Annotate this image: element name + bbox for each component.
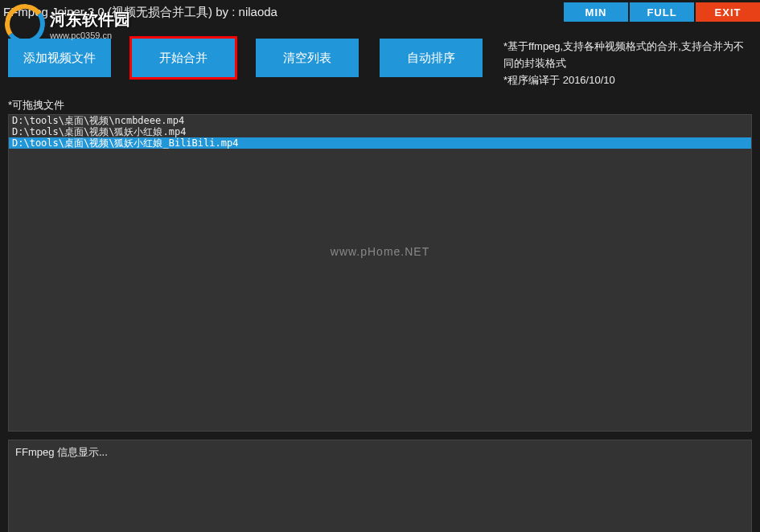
file-list[interactable]: D:\tools\桌面\视频\ncmbdeee.mp4D:\tools\桌面\视…: [8, 114, 752, 432]
info-line-1: *基于ffmpeg,支持各种视频格式的合并,支持合并为不同的封装格式: [503, 39, 752, 72]
output-text: FFmpeg 信息显示...: [15, 445, 745, 460]
window-controls: MIN FULL EXIT: [562, 2, 760, 22]
file-item[interactable]: D:\tools\桌面\视频\狐妖小红娘.mp4: [9, 126, 751, 137]
info-line-2: *程序编译于 2016/10/10: [503, 72, 752, 89]
file-list-label: *可拖拽文件: [0, 96, 760, 114]
fullscreen-button[interactable]: FULL: [630, 2, 694, 22]
start-merge-button[interactable]: 开始合并: [132, 39, 235, 77]
minimize-button[interactable]: MIN: [564, 2, 628, 22]
output-area: FFmpeg 信息显示...: [8, 440, 752, 532]
file-item[interactable]: D:\tools\桌面\视频\ncmbdeee.mp4: [9, 115, 751, 126]
toolbar: 添加视频文件 开始合并 清空列表 自动排序 *基于ffmpeg,支持各种视频格式…: [0, 24, 760, 96]
exit-button[interactable]: EXIT: [696, 2, 760, 22]
info-text: *基于ffmpeg,支持各种视频格式的合并,支持合并为不同的封装格式 *程序编译…: [503, 39, 752, 88]
app-title: FFmpeg Joiner 3.0 (视频无损合并工具) by : nilaod…: [3, 5, 277, 20]
clear-list-button[interactable]: 清空列表: [256, 39, 359, 77]
watermark-phome: www.pHome.NET: [331, 245, 429, 258]
add-video-button[interactable]: 添加视频文件: [8, 39, 111, 77]
titlebar: FFmpeg Joiner 3.0 (视频无损合并工具) by : nilaod…: [0, 0, 760, 24]
auto-sort-button[interactable]: 自动排序: [380, 39, 483, 77]
file-item[interactable]: D:\tools\桌面\视频\狐妖小红娘_BiliBili.mp4: [9, 137, 751, 149]
